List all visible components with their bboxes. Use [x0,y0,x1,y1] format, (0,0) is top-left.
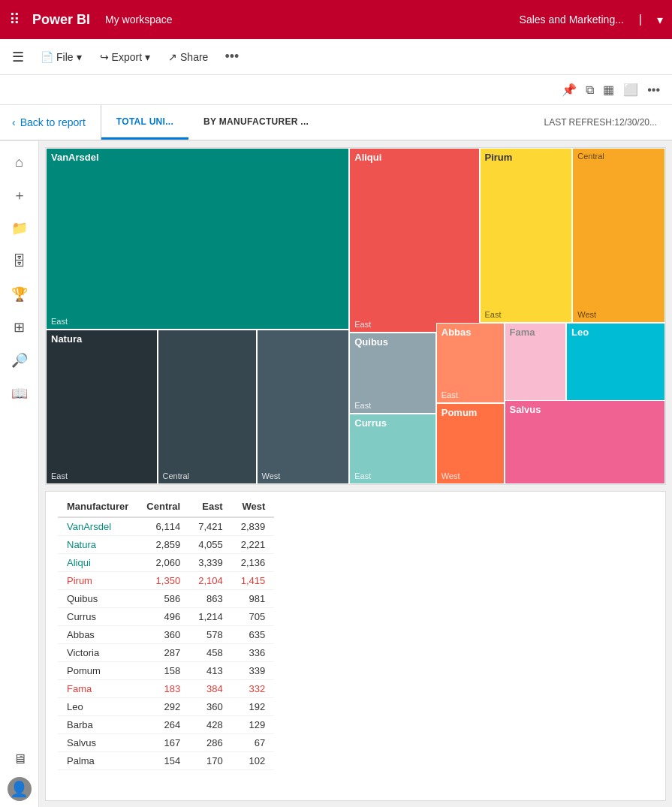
cell-manufacturer: Pirum [58,572,137,590]
menu-icon[interactable]: ☰ [12,49,24,65]
tm-quibus-label: Quibus [350,333,435,351]
tm-natura-west-label: West [262,471,281,480]
cell-east: 360 [189,698,232,716]
last-refresh-label: LAST REFRESH:12/30/20... [529,117,672,128]
back-to-report-button[interactable]: ‹ Back to report [0,105,101,140]
table-body: VanArsdel6,1147,4212,839Natura2,8594,055… [58,517,274,770]
tm-pirum-west[interactable]: West Central [572,148,665,323]
tm-pirum-west-label: West [577,310,596,319]
tm-natura-east[interactable]: Natura East [46,330,158,484]
toolbar: ☰ 📄 File ▾ ↪ Export ▾ ↗ Share ••• [0,39,672,75]
sidebar-apps-icon[interactable]: ⊞ [5,312,35,342]
cell-manufacturer: Leo [58,698,137,716]
tm-vanarsdel-sublabel: East [51,317,68,326]
cell-west: 705 [232,608,275,626]
sidebar-workspace-icon[interactable]: 🖥 [5,744,35,774]
file-doc-icon: 📄 [41,51,53,63]
tm-pomum[interactable]: Pomum West [436,403,505,484]
sidebar-data-icon[interactable]: 🗄 [5,246,35,276]
export-button[interactable]: ↪ Export ▾ [92,48,158,66]
cell-west: 336 [232,644,275,662]
tm-currus-label: Currus [350,414,435,432]
tm-natura-east-label: East [51,471,68,480]
cell-west: 2,839 [232,517,275,536]
file-chevron: ▾ [77,51,82,63]
table-header: Manufacturer Central East West [58,498,274,517]
sidebar-create-icon[interactable]: ＋ [5,180,35,210]
cell-central: 586 [137,590,189,608]
cell-east: 2,104 [189,572,232,590]
tm-pomum-label: Pomum [437,404,504,421]
cell-east: 458 [189,644,232,662]
tm-fama-label: Fama [505,324,566,341]
col-central: Central [137,498,189,517]
cell-central: 6,114 [137,517,189,536]
tm-vanarsdel-label: VanArsdel [47,149,348,166]
cell-central: 2,859 [137,536,189,554]
cell-west: 192 [232,698,275,716]
left-sidebar: ⌂ ＋ 📁 🗄 🏆 ⊞ 🔎 📖 🖥 👤 [0,141,39,807]
subtitle-bar: 📌 ⧉ ▦ ⬜ ••• [0,75,672,105]
export-icon: ↪ [100,51,109,63]
cell-west: 67 [232,734,275,752]
file-button[interactable]: 📄 File ▾ [33,48,89,66]
treemap[interactable]: VanArsdel East Central West Aliqui East … [46,148,665,484]
sidebar-metrics-icon[interactable]: 📖 [5,378,35,408]
cell-manufacturer: Natura [58,536,137,554]
workspace-label[interactable]: My workspace [105,14,172,26]
tm-leo-label: Leo [567,324,664,341]
cell-manufacturer: Fama [58,680,137,698]
tab-by-manufacturer[interactable]: BY MANUFACTURER ... [188,105,324,140]
more-icon[interactable]: ••• [647,83,660,97]
table-row: Leo292360192 [58,698,274,716]
cell-central: 158 [137,662,189,680]
cell-central: 2,060 [137,554,189,572]
sidebar-learn-icon[interactable]: 🔎 [5,345,35,375]
tm-aliqui[interactable]: Aliqui East [349,148,479,333]
export-chevron: ▾ [145,51,150,63]
col-east: East [189,498,232,517]
sidebar-goals-icon[interactable]: 🏆 [5,279,35,309]
tm-vanarsdel[interactable]: VanArsdel East [46,148,349,330]
tm-natura-central[interactable]: Central [158,330,257,484]
focus-icon[interactable]: ⬜ [623,83,638,97]
cell-central: 360 [137,626,189,644]
tm-salvus[interactable]: Salvus [505,400,666,484]
tm-quibus[interactable]: Quibus East [349,333,436,414]
cell-east: 428 [189,716,232,734]
sidebar-browse-icon[interactable]: 📁 [5,213,35,243]
share-button[interactable]: ↗ Share [161,48,215,66]
copy-icon[interactable]: ⧉ [586,83,594,97]
data-table: Manufacturer Central East West VanArsdel… [58,498,274,770]
tm-natura-label: Natura [47,330,157,348]
cell-central: 167 [137,734,189,752]
cell-manufacturer: Salvus [58,734,137,752]
sidebar-avatar[interactable]: 👤 [8,777,32,801]
pin-icon[interactable]: 📌 [562,83,577,97]
more-options-icon[interactable]: ••• [218,46,245,68]
tm-currus-east[interactable]: Currus East [349,414,436,484]
filter-icon[interactable]: ▦ [603,83,614,97]
tm-abbas-east[interactable]: Abbas East [436,323,505,404]
tm-pirum-east[interactable]: Pirum East [480,148,573,323]
tm-natura-west[interactable]: West [257,330,350,484]
tm-aliqui-east: East [354,320,371,329]
cell-central: 292 [137,698,189,716]
cell-west: 981 [232,590,275,608]
tm-pomum-west: West [441,471,460,480]
tm-pirum-east-label: East [485,310,502,319]
cell-west: 2,136 [232,554,275,572]
report-title: Sales and Marketing... [520,14,624,26]
tab-total-units[interactable]: TOTAL UNI... [101,105,188,140]
share-icon: ↗ [168,51,177,63]
title-chevron[interactable]: ▾ [657,13,663,27]
cell-central: 496 [137,608,189,626]
cell-east: 578 [189,626,232,644]
tm-currus-east-label: East [354,471,371,480]
app-logo: Power BI [32,12,90,28]
cell-west: 129 [232,716,275,734]
cell-central: 287 [137,644,189,662]
grid-icon[interactable]: ⠿ [9,11,20,29]
sidebar-home-icon[interactable]: ⌂ [5,147,35,177]
table-row: Abbas360578635 [58,626,274,644]
